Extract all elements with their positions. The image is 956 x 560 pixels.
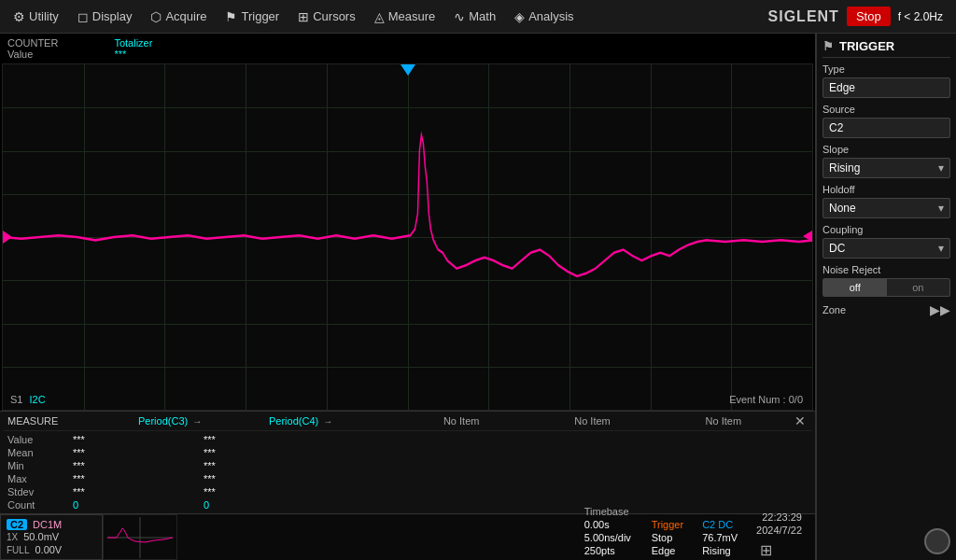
mt-empty-1: [330, 433, 491, 446]
mt-c3-min: ***: [69, 459, 200, 472]
measure-col1-header: Period(C3) →: [134, 415, 265, 427]
cursors-icon: ⊞: [298, 9, 309, 24]
mt-c4-max: ***: [200, 472, 330, 485]
mt-empty-2: [491, 433, 652, 446]
trigger-info: Trigger Stop Edge: [652, 519, 683, 556]
trigger-source-row: Source C2: [822, 104, 950, 138]
trigger-panel-icon: ⚑: [822, 39, 834, 53]
expand-icon[interactable]: ⊞: [756, 538, 776, 560]
date-display: 2024/7/22: [756, 525, 802, 536]
analysis-icon: ◈: [514, 9, 525, 24]
menu-analysis[interactable]: ◈ Analysis: [505, 6, 583, 28]
trigger-slope-select[interactable]: Rising ▾: [822, 158, 950, 178]
counter-value-label: Value: [7, 49, 58, 60]
measure-bar: MEASURE Period(C3) → Period(C4) → No Ite…: [0, 411, 815, 513]
ch2-offset-val: 0.00V: [35, 544, 62, 555]
mt-c4-count: 0: [200, 498, 330, 511]
trigger-source-select[interactable]: C2: [822, 118, 950, 138]
datetime-info: 22:23:29 2024/7/22 ⊞: [756, 511, 806, 560]
ch2-mode: DC1M: [33, 519, 62, 530]
no-item-2: No Item: [527, 415, 657, 427]
mt-label-count: Count: [4, 498, 69, 511]
acquire-icon: ⬡: [150, 9, 162, 24]
zone-label: Zone: [822, 304, 846, 315]
mt-c4-mean: ***: [200, 446, 330, 459]
ch2-scale-label: 1X: [7, 532, 18, 542]
mt-label-max: Max: [4, 472, 69, 485]
i2c-label: I2C: [30, 394, 46, 405]
trigger-type-label: Type: [822, 63, 950, 75]
measure-close-button[interactable]: ✕: [789, 413, 811, 428]
noise-on-button[interactable]: on: [887, 279, 950, 296]
zone-expand-icon[interactable]: ▶▶: [930, 302, 950, 317]
coupling-chevron: ▾: [938, 242, 944, 255]
counter-type: Totalizer: [114, 37, 152, 49]
top-menu-bar: ⚙ Utility ◻ Display ⬡ Acquire ⚑ Trigger …: [0, 0, 956, 34]
slope-chevron: ▾: [938, 161, 944, 175]
ch2-row-1: C2 DC1M: [7, 519, 96, 530]
utility-icon: ⚙: [13, 9, 25, 24]
freq-display: f < 2.0Hz: [898, 10, 943, 23]
trigger-state1: Stop: [652, 532, 683, 543]
mt-label-stdev: Stdev: [4, 485, 69, 498]
mt-c3-value: ***: [69, 433, 200, 446]
trigger-slope-label: Slope: [822, 144, 950, 155]
col1-arrow: →: [192, 416, 202, 427]
counter-label: COUNTER: [7, 37, 58, 49]
mt-label-mean: Mean: [4, 446, 69, 459]
ch2-dc-info: C2 DC 76.7mV Rising: [702, 519, 738, 556]
mt-c4-stdev: ***: [200, 485, 330, 498]
trigger-type-select[interactable]: Edge: [822, 77, 950, 98]
timebase-label: Timebase: [584, 506, 633, 517]
main-layout: COUNTER Value Totalizer ***: [0, 34, 956, 560]
timebase-samples: 250pts: [584, 545, 633, 556]
waveform-area: S1 I2C Event Num : 0/0: [2, 63, 813, 411]
no-item-1: No Item: [396, 415, 527, 427]
noise-reject-row: Noise Reject off on: [822, 264, 950, 297]
noise-reject-label: Noise Reject: [822, 264, 950, 275]
mt-label-min: Min: [4, 459, 69, 472]
trigger-coupling-row: Coupling DC ▾: [822, 224, 950, 259]
trigger-holdoff-select[interactable]: None ▾: [822, 198, 950, 218]
ch2-name: C2: [7, 519, 27, 530]
trigger-source-label: Source: [822, 104, 950, 115]
holdoff-chevron: ▾: [938, 202, 944, 215]
trigger-state2: Edge: [652, 545, 683, 556]
menu-utility[interactable]: ⚙ Utility: [4, 6, 68, 28]
display-icon: ◻: [77, 9, 89, 24]
menu-acquire[interactable]: ⬡ Acquire: [141, 6, 216, 28]
ch2-offset-label: FULL: [7, 545, 29, 555]
trigger-coupling-select[interactable]: DC ▾: [822, 238, 950, 259]
bottom-status-bar: C2 DC1M 1X 50.0mV FULL 0.00V: [0, 513, 815, 560]
trigger-holdoff-row: Holdoff None ▾: [822, 184, 950, 218]
stop-button[interactable]: Stop: [847, 7, 891, 26]
math-icon: ∿: [454, 9, 465, 24]
menu-trigger[interactable]: ⚑ Trigger: [216, 6, 288, 28]
ch2-info: C2 DC1M 1X 50.0mV FULL 0.00V: [0, 514, 103, 560]
menu-math[interactable]: ∿ Math: [444, 6, 505, 28]
ch2-row-3: FULL 0.00V: [7, 544, 96, 555]
mt-c3-stdev: ***: [69, 485, 200, 498]
col2-arrow: →: [323, 416, 332, 427]
ch2-dc-label: C2 DC: [702, 519, 738, 530]
mt-empty-3: [651, 433, 811, 446]
menu-cursors[interactable]: ⊞ Cursors: [288, 6, 365, 28]
trigger-settings-panel: ⚑ TRIGGER Type Edge Source C2 Slope Risi…: [816, 34, 956, 560]
ch2-thumbnail: [103, 514, 177, 560]
time-display: 22:23:29: [762, 511, 802, 523]
siglent-logo: SIGLENT: [768, 8, 839, 25]
timebase-info: Timebase 0.00s 5.00ns/div 250pts 5.00GSa…: [575, 514, 815, 560]
mt-c4-value: ***: [200, 433, 330, 446]
brand-area: SIGLENT Stop f < 2.0Hz: [768, 7, 952, 26]
noise-off-button[interactable]: off: [823, 279, 887, 296]
trigger-type-row: Type Edge: [822, 63, 950, 98]
menu-measure[interactable]: ◬ Measure: [365, 6, 445, 28]
knob-button[interactable]: [924, 528, 950, 554]
timebase-group: Timebase 0.00s 5.00ns/div 250pts 5.00GSa…: [584, 506, 633, 561]
counter-value: ***: [114, 49, 152, 60]
zone-row: Zone ▶▶: [822, 302, 950, 317]
trigger-coupling-label: Coupling: [822, 224, 950, 235]
trigger-icon: ⚑: [225, 9, 237, 24]
menu-display[interactable]: ◻ Display: [68, 6, 142, 28]
scope-panel: COUNTER Value Totalizer ***: [0, 34, 816, 560]
